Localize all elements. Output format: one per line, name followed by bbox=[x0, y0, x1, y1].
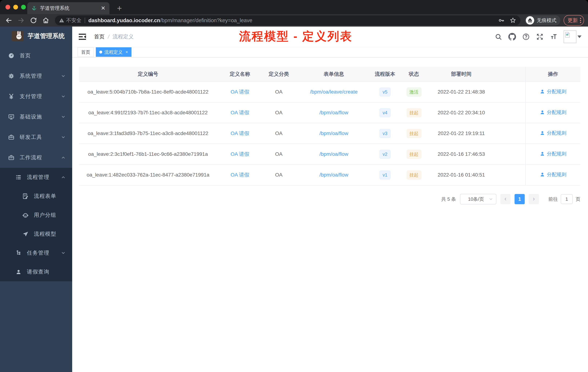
browser-menu-icon[interactable] bbox=[580, 18, 581, 23]
form-link[interactable]: /bpm/oa/flow bbox=[319, 151, 348, 157]
assign-rule-link[interactable]: 分配规则 bbox=[540, 151, 567, 157]
assign-rule-label: 分配规则 bbox=[547, 151, 567, 157]
sidebar-item-process-manage[interactable]: 流程管理 bbox=[0, 168, 72, 187]
chevron-down-icon bbox=[61, 114, 66, 119]
form-link[interactable]: /bpm/oa/flow bbox=[319, 110, 348, 115]
sidebar-item-label: 请假查询 bbox=[27, 268, 50, 275]
update-button[interactable]: 更新 bbox=[564, 15, 584, 26]
favicon-grass-icon bbox=[31, 5, 37, 11]
column-header: 状态 bbox=[397, 67, 431, 82]
form-link[interactable]: /bpm/oa/leave/create bbox=[310, 89, 358, 95]
tab-close-icon[interactable]: ✕ bbox=[101, 5, 105, 11]
incognito-badge: 无痕模式 bbox=[525, 15, 560, 25]
prev-page-button[interactable] bbox=[500, 194, 511, 204]
close-window-button[interactable] bbox=[5, 5, 10, 10]
current-page-button[interactable]: 1 bbox=[514, 194, 525, 204]
select-caret-icon bbox=[489, 197, 493, 201]
github-icon[interactable] bbox=[508, 33, 516, 41]
column-header: 定义分类 bbox=[263, 67, 295, 82]
definition-name-link[interactable]: OA 请假 bbox=[231, 172, 249, 178]
sidebar-item-label: 用户分组 bbox=[34, 211, 56, 219]
status-badge: 挂起 bbox=[407, 129, 421, 138]
column-header: 定义编号 bbox=[79, 67, 217, 82]
incognito-icon bbox=[526, 16, 534, 25]
version-badge: v4 bbox=[379, 108, 390, 117]
goto-label: 前往 bbox=[548, 196, 558, 202]
fullscreen-icon[interactable] bbox=[536, 33, 544, 41]
warning-triangle-icon bbox=[59, 18, 64, 23]
column-header: 表单信息 bbox=[295, 67, 373, 82]
sidebar-fold-icon[interactable] bbox=[78, 33, 87, 40]
help-icon[interactable] bbox=[522, 33, 530, 41]
sidebar-item-system[interactable]: 系统管理 bbox=[0, 66, 72, 86]
forward-icon[interactable] bbox=[17, 17, 25, 24]
sidebar-item-task-manage[interactable]: 任务管理 bbox=[0, 243, 72, 263]
sidebar-item-label: 系统管理 bbox=[20, 72, 42, 80]
tag-close-icon[interactable]: × bbox=[126, 50, 128, 55]
workflow-submenu: 流程管理 流程表单 用户分组 流程模型 bbox=[0, 168, 72, 281]
minimize-window-button[interactable] bbox=[13, 5, 18, 10]
page-size-select[interactable]: 10条/页 bbox=[460, 194, 496, 204]
sidebar-item-process-form[interactable]: 流程表单 bbox=[0, 187, 72, 206]
tag-process-definition[interactable]: 流程定义 × bbox=[96, 47, 131, 57]
table-row: oa_leave:1:482ec033-762a-11ec-8477-a2380… bbox=[79, 164, 580, 185]
bookmark-star-icon[interactable] bbox=[509, 17, 516, 24]
new-tab-button[interactable]: + bbox=[114, 3, 125, 13]
browser-tab[interactable]: 芋道管理系统 ✕ bbox=[27, 2, 109, 14]
sidebar-item-workflow[interactable]: 工作流程 bbox=[0, 147, 72, 168]
tab-title: 芋道管理系统 bbox=[40, 5, 98, 11]
refresh-icon[interactable] bbox=[30, 17, 37, 24]
breadcrumb: 首页 / 流程定义 bbox=[94, 33, 134, 40]
assign-rule-link[interactable]: 分配规则 bbox=[540, 171, 567, 178]
user-avatar[interactable] bbox=[564, 30, 581, 43]
sidebar-item-leave-query[interactable]: 请假查询 bbox=[0, 263, 72, 281]
user-icon bbox=[15, 269, 22, 275]
sidebar-item-home[interactable]: 首页 bbox=[0, 45, 72, 66]
sidebar-item-payment[interactable]: 支付管理 bbox=[0, 86, 72, 107]
definition-name-link[interactable]: OA 请假 bbox=[231, 89, 249, 95]
font-size-icon[interactable] bbox=[550, 33, 557, 41]
table-row: oa_leave:3:1fad3d93-7b75-11ec-a3c8-acde4… bbox=[79, 123, 580, 144]
form-link[interactable]: /bpm/oa/flow bbox=[319, 131, 348, 136]
tag-label: 流程定义 bbox=[104, 49, 123, 55]
assign-rule-link[interactable]: 分配规则 bbox=[540, 88, 567, 95]
address-bar[interactable]: 不安全 dashboard.yudao.iocoder.cn/bpm/manag… bbox=[55, 15, 520, 25]
sidebar-item-devtools[interactable]: 研发工具 bbox=[0, 127, 72, 147]
breadcrumb-home[interactable]: 首页 bbox=[94, 33, 105, 40]
sidebar-item-label: 流程管理 bbox=[27, 174, 50, 181]
definition-name-link[interactable]: OA 请假 bbox=[231, 110, 249, 115]
sidebar-item-infra[interactable]: 基础设施 bbox=[0, 107, 72, 127]
sidebar-item-process-model[interactable]: 流程模型 bbox=[0, 225, 72, 243]
sidebar-logo[interactable]: 芋道管理系统 bbox=[0, 27, 72, 45]
password-key-icon[interactable] bbox=[498, 17, 505, 24]
assign-rule-link[interactable]: 分配规则 bbox=[540, 130, 567, 136]
sidebar-item-label: 任务管理 bbox=[27, 249, 50, 257]
definition-id: oa_leave:5:004b710b-7b8a-11ec-8ef0-acde4… bbox=[87, 89, 208, 95]
zoom-window-button[interactable] bbox=[21, 5, 26, 10]
tag-home[interactable]: 首页 bbox=[78, 47, 94, 57]
table-row: oa_leave:5:004b710b-7b8a-11ec-8ef0-acde4… bbox=[79, 82, 580, 102]
app-title: 芋道管理系统 bbox=[28, 32, 65, 40]
back-icon[interactable] bbox=[5, 17, 12, 24]
home-icon[interactable] bbox=[42, 17, 50, 24]
goto-page-input[interactable] bbox=[561, 194, 573, 204]
chevron-right-icon bbox=[532, 197, 536, 201]
form-link[interactable]: /bpm/oa/flow bbox=[319, 172, 348, 178]
definition-name-link[interactable]: OA 请假 bbox=[231, 151, 249, 157]
security-warning[interactable]: 不安全 bbox=[59, 17, 82, 24]
chevron-down-icon bbox=[61, 74, 66, 78]
next-page-button[interactable] bbox=[529, 194, 539, 204]
column-header: 部署时间 bbox=[431, 67, 492, 82]
deploy-time: 2022-01-22 20:34:10 bbox=[438, 110, 485, 115]
definition-category: OA bbox=[275, 89, 282, 95]
search-icon[interactable] bbox=[494, 33, 502, 41]
annotation-title: 流程模型 - 定义列表 bbox=[239, 28, 353, 44]
tag-label: 首页 bbox=[81, 49, 90, 55]
security-label: 不安全 bbox=[66, 17, 82, 24]
column-header: 定义名称 bbox=[217, 67, 263, 82]
assign-rule-link[interactable]: 分配规则 bbox=[540, 109, 567, 116]
sidebar-item-user-group[interactable]: 用户分组 bbox=[0, 206, 72, 225]
status-badge: 激活 bbox=[407, 88, 421, 97]
caret-down-icon bbox=[578, 35, 581, 38]
definition-name-link[interactable]: OA 请假 bbox=[231, 131, 249, 136]
